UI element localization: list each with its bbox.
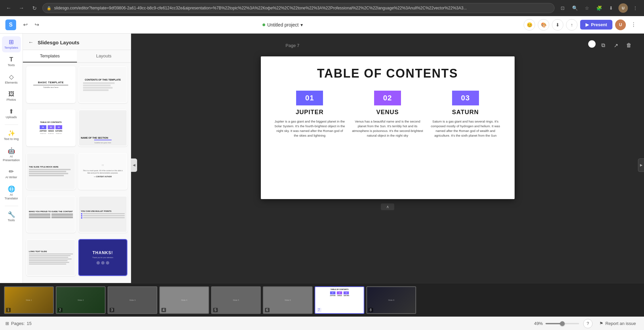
name-section-label: NAME OF THE SECTION	[81, 137, 125, 139]
bookmark-icon[interactable]: ☆	[582, 3, 592, 13]
project-title[interactable]: Untitled project ▾	[263, 22, 303, 28]
palette-button[interactable]: 🎨	[538, 19, 549, 31]
collapse-filmstrip-button[interactable]: ∧	[381, 203, 394, 210]
slide-col-text-3: Saturn is a gas giant and has several ri…	[430, 119, 501, 138]
template-card-toc[interactable]: CONTENTS OF THIS TEMPLATE	[78, 66, 128, 103]
quote-author: — CONTENT AUTHOR	[94, 176, 112, 178]
quote-text: This is a mock quote. All of the content…	[82, 170, 124, 174]
text-to-img-icon: ✨	[8, 130, 15, 136]
slide-copy-btn[interactable]: ⧉	[598, 40, 608, 50]
browser-back-btn[interactable]: ←	[4, 3, 13, 13]
sidebar-item-texts[interactable]: T Texts	[2, 54, 21, 70]
save-status-dot	[263, 23, 265, 26]
sidebar-item-templates[interactable]: ⊞ Templates	[2, 36, 21, 52]
zoom-icon[interactable]: 🔍	[570, 3, 579, 13]
filmstrip-slide-5-number: 5	[213, 308, 218, 312]
zoom-slider[interactable]	[546, 323, 579, 324]
right-collapse-area: ▶	[638, 158, 644, 172]
app-header: S ↩ ↪ Untitled project ▾ 😊 🎨 ⬇ ↑ ▶ Prese…	[0, 16, 644, 34]
template-card-quote[interactable]: " This is a mock quote. All of the conte…	[78, 153, 128, 190]
filmstrip-slide-7-content: TABLE OF CONTENTS 01 JUPITER 02 VENUS 03…	[315, 287, 364, 313]
sidebar-ai-presentation-label: AI Presentation	[3, 155, 20, 162]
downloads-icon[interactable]: ⬇	[606, 3, 616, 13]
help-button[interactable]: ?	[583, 319, 593, 328]
slide-col-text-2: Venus has a beautiful name and is the se…	[352, 119, 423, 138]
template-card-long-text[interactable]: LONG TEXT SLIDE	[26, 239, 76, 276]
title-chevron-icon: ▾	[300, 22, 303, 28]
slide-canvas[interactable]: TABLE OF CONTENTS 01 JUPITER Jupiter is …	[261, 56, 515, 199]
status-bar: ⊞ Pages: 15 49% ? ⚑ Report an issue	[0, 317, 644, 330]
present-button[interactable]: ▶ Present	[580, 20, 612, 30]
slide-color-circle[interactable]	[588, 40, 596, 48]
sidebar-item-ai-writer[interactable]: ✏ AI Writer	[2, 166, 21, 182]
thanks-sub: Thank you for your attention	[92, 256, 113, 258]
sidebar-texts-label: Texts	[8, 63, 15, 67]
download-button[interactable]: ⬇	[552, 19, 563, 31]
user-avatar-header[interactable]: U	[615, 19, 626, 30]
address-bar[interactable]: 🔒 slidesgo.com/editor?template=9df39806-…	[42, 3, 555, 13]
sidebar-item-text-to-img[interactable]: ✨ Text to Img	[2, 128, 21, 144]
panel-tabs: Templates Layouts	[23, 50, 131, 63]
filmstrip-slide-7[interactable]: TABLE OF CONTENTS 01 JUPITER 02 VENUS 03…	[315, 286, 364, 314]
sidebar-item-photos[interactable]: 🖼 Photos	[2, 88, 21, 104]
thanks-title: THANKS!	[92, 250, 113, 255]
undo-button[interactable]: ↩	[20, 20, 30, 30]
filmstrip-slide-6[interactable]: Slide 6 6	[263, 286, 313, 314]
zoom-slider-thumb[interactable]	[560, 321, 565, 326]
template-card-bullet[interactable]: MAKE YOU PROUD TO GUIDE THE CONTENT	[26, 196, 76, 233]
filmstrip-slide-7-number: 7	[317, 308, 321, 312]
toc-items	[83, 82, 122, 91]
tab-layouts[interactable]: Layouts	[77, 50, 131, 62]
long-text-title: LONG TEXT SLIDE	[29, 250, 73, 252]
template-card-slide-title[interactable]: THE SLIDE TITLE MOCK HERE	[26, 153, 76, 190]
report-issue-button[interactable]: ⚑ Report an issue	[597, 320, 639, 327]
slide-delete-btn[interactable]: 🗑	[624, 40, 634, 50]
slide-area: Page 7 ⧉ ↗ 🗑 TABLE OF CONTENTS 01 JUPITE…	[131, 34, 644, 283]
tab-templates[interactable]: Templates	[23, 50, 77, 62]
extensions-icon[interactable]: 🧩	[594, 3, 604, 13]
template-card-basic[interactable]: BASIC TEMPLATE Subtitle text here	[26, 66, 76, 103]
pages-icon: ⊞	[5, 321, 9, 326]
filmstrip-slide-8-content: Slide 8	[367, 287, 415, 313]
panel-back-button[interactable]: ←	[27, 38, 35, 46]
share-button[interactable]: ↑	[566, 19, 577, 31]
emoji-picker-button[interactable]: 😊	[524, 19, 535, 31]
cast-icon[interactable]: ⊡	[558, 3, 567, 13]
present-label: Present	[591, 22, 607, 27]
slide-badge-1: 01	[296, 91, 323, 105]
sidebar-item-ai-presentation[interactable]: 🤖 AI Presentation	[2, 145, 21, 165]
browser-refresh-btn[interactable]: ↻	[30, 3, 39, 13]
filmstrip-slide-2[interactable]: Slide 2 2	[56, 286, 106, 314]
slide-title-label: THE SLIDE TITLE MOCK HERE	[29, 166, 73, 168]
template-card-toc2[interactable]: TABLE OF CONTENTS 01 JUPITER Small text …	[26, 109, 76, 146]
redo-button[interactable]: ↪	[32, 20, 42, 30]
filmstrip-slide-1[interactable]: Slide 1 1	[4, 286, 54, 314]
sidebar-item-ai-translator[interactable]: 🌐 AI Translator	[2, 183, 21, 203]
slide-col-title-3: SATURN	[452, 109, 479, 116]
browser-forward-btn[interactable]: →	[17, 3, 26, 13]
browser-icons: ⊡ 🔍 ☆ 🧩 ⬇ U ⋮	[558, 3, 640, 13]
bullet-cols	[29, 214, 73, 218]
filmstrip-slide-3[interactable]: Slide 3 3	[108, 286, 157, 314]
header-menu-button[interactable]: ⋮	[629, 20, 639, 30]
templates-panel: ← Slidesgo Layouts Templates Layouts BAS…	[23, 34, 131, 283]
collapse-panel-button[interactable]: ◀	[131, 158, 137, 172]
sidebar-item-elements[interactable]: ◇ Elements	[2, 71, 21, 87]
history-buttons: ↩ ↪	[20, 20, 42, 30]
slide-export-btn[interactable]: ↗	[611, 40, 621, 50]
right-collapse-button[interactable]: ▶	[638, 158, 644, 172]
sidebar-item-tools[interactable]: 🔧 Tools	[2, 209, 21, 225]
template-card-name-section[interactable]: NAME OF THE SECTION Subtitle text goes h…	[78, 109, 128, 146]
browser-user-avatar[interactable]: U	[618, 3, 628, 13]
template-card-bullet2[interactable]: YOU CAN USE BULLET POINTS	[78, 196, 128, 233]
browser-menu-icon[interactable]: ⋮	[631, 3, 640, 13]
template-card-thanks[interactable]: THANKS! Thank you for your attention	[78, 239, 128, 276]
name-section-bar	[94, 140, 112, 140]
basic-template-line	[33, 85, 68, 85]
filmstrip-slide-8[interactable]: Slide 8 8	[366, 286, 416, 314]
filmstrip-slide-4-content: Slide 4	[160, 287, 208, 313]
filmstrip-slide-4[interactable]: Slide 4 4	[159, 286, 209, 314]
filmstrip-slide-5[interactable]: Slide 5 5	[211, 286, 261, 314]
quote-marks: "	[102, 164, 104, 169]
sidebar-item-uploads[interactable]: ⬆ Uploads	[2, 106, 21, 122]
